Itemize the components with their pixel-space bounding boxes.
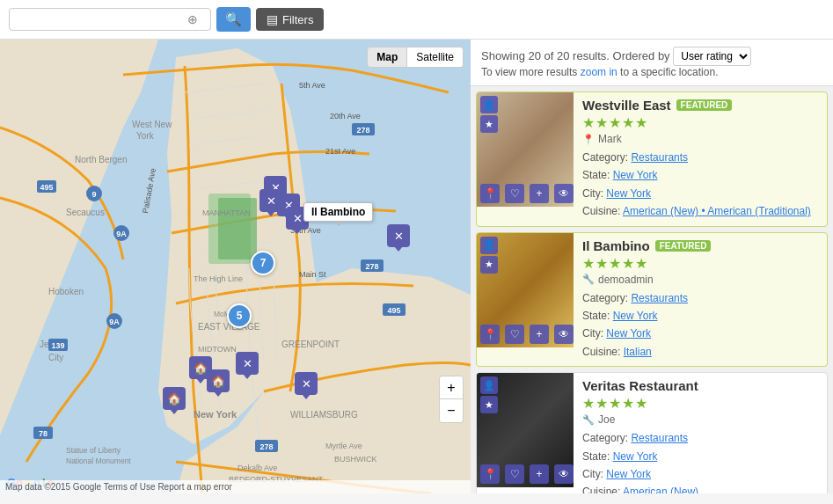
svg-text:139: 139 <box>51 341 64 350</box>
add-action-icon[interactable]: + <box>530 184 549 203</box>
map-pin-4[interactable]: ✕ <box>259 189 282 212</box>
svg-text:495: 495 <box>40 183 53 192</box>
user-row-bambino: 🔧 demoadmin <box>582 274 818 286</box>
person-icon: 👤 <box>480 376 498 394</box>
add-action-icon[interactable]: + <box>530 464 549 484</box>
category-link[interactable]: Restaurants <box>631 432 688 444</box>
main-container: North Bergen Secaucus Hoboken Jersey Cit… <box>0 40 833 493</box>
map-pin-9[interactable]: 🏠 <box>163 387 186 410</box>
svg-text:9A: 9A <box>109 318 120 326</box>
rating-stars-bambino: ★ ★ ★ ★ ★ <box>582 255 818 272</box>
cuisine-link[interactable]: American (New) • American (Traditional) <box>623 205 811 217</box>
category-link[interactable]: Restaurants <box>631 151 688 164</box>
card-image-bambino: 👤 ★ 📍 ♡ + 👁 <box>477 233 574 347</box>
person-icon: 👤 <box>480 237 498 254</box>
star-icon: ★ <box>480 396 498 413</box>
state-link[interactable]: New York <box>613 169 658 181</box>
eye-action-icon[interactable]: 👁 <box>554 184 574 203</box>
state-link[interactable]: New York <box>613 310 658 322</box>
star-3: ★ <box>609 395 621 412</box>
map-tooltip: Il Bambino <box>303 202 373 222</box>
map-pin-10[interactable]: ✕ <box>295 372 318 395</box>
featured-badge: FEATURED <box>676 99 733 111</box>
map-zoom-controls: + − <box>439 376 464 423</box>
zoom-in-button[interactable]: + <box>440 376 463 399</box>
cuisine-label: Cuisine: <box>582 346 620 358</box>
results-panel: Showing 20 of 20 results. Ordered by Use… <box>471 40 833 493</box>
star-4: ★ <box>622 395 634 412</box>
category-label: Category: <box>582 432 628 444</box>
city-label: City: <box>582 187 603 200</box>
person-icon: 👤 <box>480 96 498 113</box>
card-title: Il Bambino <box>582 238 650 253</box>
star-4: ★ <box>622 255 634 272</box>
state-link[interactable]: New York <box>613 450 658 463</box>
search-input[interactable]: New York, NY, United States <box>17 13 184 26</box>
rating-stars-veritas: ★ ★ ★ ★ ★ <box>582 395 818 412</box>
state-label: State: <box>582 169 610 181</box>
user-name: Joe <box>598 413 615 426</box>
filters-button[interactable]: ▤ Filters <box>256 8 324 31</box>
svg-rect-5 <box>218 198 257 259</box>
star-3: ★ <box>609 114 621 131</box>
crosshair-icon[interactable]: ⊕ <box>187 12 198 26</box>
pin-action-icon[interactable]: 📍 <box>480 184 500 203</box>
svg-text:21st Ave: 21st Ave <box>325 147 355 156</box>
map-cluster-7[interactable]: 7 <box>251 251 275 275</box>
map-tab-satellite[interactable]: Satellite <box>407 47 464 68</box>
svg-text:MANHATTAN: MANHATTAN <box>202 208 251 217</box>
svg-text:City: City <box>48 353 63 362</box>
order-by-select[interactable]: User rating Distance Newest <box>673 47 751 66</box>
map-pin-8[interactable]: ✕ <box>236 352 259 375</box>
category-label: Category: <box>582 292 628 304</box>
svg-text:278: 278 <box>365 262 378 271</box>
svg-text:Hoboken: Hoboken <box>48 287 84 296</box>
card-details-veritas: Category: Restaurants State: New York Ci… <box>582 429 818 493</box>
heart-action-icon[interactable]: ♡ <box>505 325 524 344</box>
search-button[interactable]: 🔍 <box>216 7 251 32</box>
map-container: North Bergen Secaucus Hoboken Jersey Cit… <box>0 40 471 493</box>
svg-text:278: 278 <box>356 126 369 135</box>
cuisine-link[interactable]: American (New) <box>623 486 698 493</box>
star-5: ★ <box>635 395 647 412</box>
pin-action-icon[interactable]: 📍 <box>480 464 500 484</box>
city-link[interactable]: New York <box>606 187 651 200</box>
svg-text:National Monument: National Monument <box>66 457 131 465</box>
city-label: City: <box>582 468 603 480</box>
user-row-veritas: 🔧 Joe <box>582 413 818 426</box>
category-label: Category: <box>582 151 628 164</box>
pin-action-icon[interactable]: 📍 <box>480 325 500 344</box>
heart-action-icon[interactable]: ♡ <box>505 184 524 203</box>
map-background: North Bergen Secaucus Hoboken Jersey Cit… <box>0 40 471 493</box>
card-action-icons: 📍 ♡ + 👁 <box>480 325 574 344</box>
card-meta-icons: 👤 ★ <box>480 237 498 274</box>
card-info-veritas: Veritas Restaurant ★ ★ ★ ★ ★ 🔧 Joe Categ… <box>574 373 827 493</box>
zoom-in-link[interactable]: zoom in <box>581 66 617 78</box>
zoom-out-button[interactable]: − <box>440 399 463 422</box>
add-action-icon[interactable]: + <box>530 325 549 344</box>
svg-text:20th Ave: 20th Ave <box>330 112 361 121</box>
city-link[interactable]: New York <box>606 468 651 480</box>
eye-action-icon[interactable]: 👁 <box>554 325 574 344</box>
user-pin-icon: 📍 <box>582 134 595 145</box>
cuisine-label: Cuisine: <box>582 205 620 217</box>
map-pin-7[interactable]: 🏠 <box>207 369 230 392</box>
map-cluster-5[interactable]: 5 <box>227 303 252 328</box>
search-icon: 🔍 <box>225 11 242 27</box>
card-action-icons: 📍 ♡ + 👁 <box>480 184 574 203</box>
card-image-veritas: 👤 ★ 📍 ♡ + 👁 <box>477 373 574 487</box>
star-3: ★ <box>609 255 621 272</box>
svg-text:York: York <box>136 131 155 141</box>
category-link[interactable]: Restaurants <box>631 292 688 304</box>
eye-action-icon[interactable]: 👁 <box>554 464 574 484</box>
svg-text:Statue of Liberty: Statue of Liberty <box>66 446 121 455</box>
city-link[interactable]: New York <box>606 327 651 340</box>
card-title-row: Veritas Restaurant <box>582 378 818 393</box>
map-view-controls: Map Satellite <box>367 47 464 68</box>
map-pin-5[interactable]: ✕ <box>387 224 410 247</box>
heart-action-icon[interactable]: ♡ <box>505 464 524 484</box>
map-tab-map[interactable]: Map <box>367 47 407 68</box>
star-1: ★ <box>582 255 595 272</box>
star-4: ★ <box>622 114 634 131</box>
cuisine-link[interactable]: Italian <box>624 346 652 358</box>
